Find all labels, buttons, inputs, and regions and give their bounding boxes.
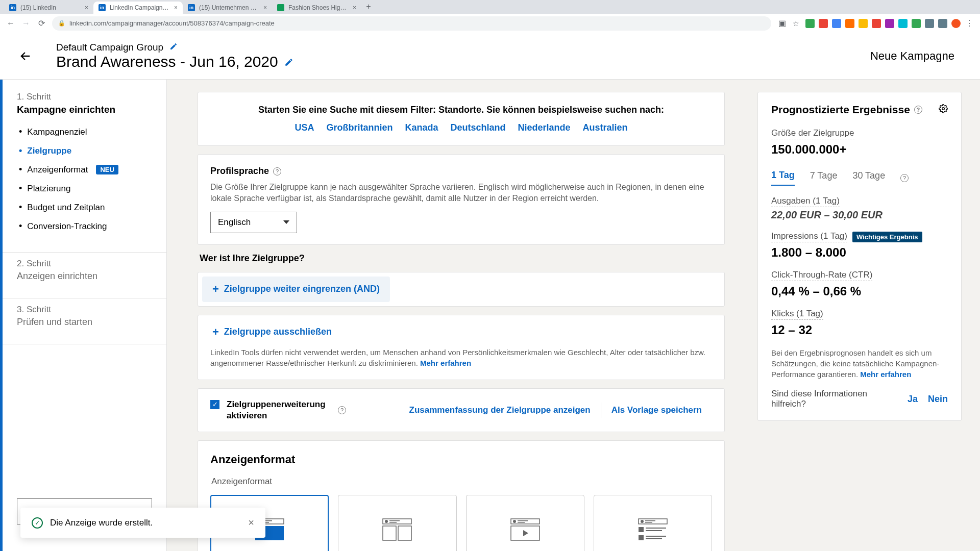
period-tab-7days[interactable]: 7 Tage — [810, 170, 838, 185]
back-button[interactable]: ← — [6, 19, 15, 28]
step-subtitle: Prüfen und starten — [17, 317, 152, 328]
filter-locations: USA Großbritannien Kanada Deutschland Ni… — [210, 122, 712, 133]
extension-icon[interactable] — [885, 19, 894, 28]
nav-item-zielgruppe[interactable]: Zielgruppe — [17, 141, 152, 160]
extension-icon[interactable] — [859, 19, 868, 28]
location-germany[interactable]: Deutschland — [450, 122, 505, 133]
left-navigation: 1. Schritt Kampagne einrichten Kampagnen… — [0, 80, 167, 551]
extension-icon[interactable] — [872, 19, 881, 28]
nav-item-platzierung[interactable]: Platzierung — [17, 179, 152, 198]
help-icon[interactable]: ? — [900, 174, 909, 182]
toast-text: Die Anzeige wurde erstellt. — [50, 518, 241, 528]
exclude-audience-button[interactable]: + Zielgruppe ausschließen — [202, 319, 342, 345]
reload-button[interactable]: ⟳ — [37, 19, 46, 28]
campaign-group-name: Default Campaign Group — [56, 42, 163, 53]
location-canada[interactable]: Kanada — [405, 122, 438, 133]
nav-item-budget[interactable]: Budget und Zeitplan — [17, 198, 152, 217]
format-carousel[interactable] — [338, 495, 456, 551]
help-icon[interactable]: ? — [914, 106, 922, 114]
filter-prompt: Starten Sie eine Suche mit diesem Filter… — [210, 105, 712, 115]
browser-tabs: in(15) LinkedIn× inLinkedIn Campaign Man… — [0, 0, 980, 14]
extension-icon[interactable] — [938, 19, 947, 28]
svg-rect-24 — [646, 536, 666, 537]
narrow-audience-button[interactable]: + Zielgruppe weiter eingrenzen (AND) — [202, 277, 390, 302]
expansion-checkbox[interactable]: ✓ — [210, 400, 219, 409]
nav-item-anzeigenformat[interactable]: AnzeigenformatNEU — [17, 160, 152, 179]
audience-summary-link[interactable]: Zusammenfassung der Zielgruppe anzeigen — [399, 405, 601, 415]
audience-heading: Wer ist Ihre Zielgruppe? — [200, 253, 725, 264]
metric-value: 12 – 32 — [771, 323, 948, 337]
helpful-no-button[interactable]: Nein — [928, 394, 948, 405]
period-tab-30days[interactable]: 30 Tage — [852, 170, 885, 185]
narrow-audience-label: Zielgruppe weiter eingrenzen (AND) — [224, 284, 380, 294]
format-text[interactable] — [594, 495, 712, 551]
url-text: linkedin.com/campaignmanager/account/508… — [69, 19, 275, 27]
extension-icon[interactable] — [912, 19, 921, 28]
save-template-link[interactable]: Als Vorlage speichern — [601, 405, 712, 415]
extension-icon[interactable] — [805, 19, 815, 28]
new-tab-button[interactable]: + — [361, 0, 376, 14]
extension-icons: ⋮ — [805, 19, 974, 28]
nav-item-conversion[interactable]: Conversion-Tracking — [17, 217, 152, 236]
cast-icon[interactable]: ▣ — [777, 19, 787, 28]
helpful-text: Sind diese Informationen hilfreich? — [771, 389, 873, 409]
helpful-row: Sind diese Informationen hilfreich? Ja N… — [771, 389, 948, 409]
browser-tab[interactable]: Fashion Shoes High · Free ph× — [272, 2, 361, 14]
linkedin-favicon: in — [9, 4, 16, 11]
metric-label: Klicks (1 Tag) — [771, 309, 823, 320]
clicks-metric: Klicks (1 Tag) 12 – 32 — [771, 309, 948, 337]
forward-button[interactable]: → — [21, 19, 31, 28]
forecast-title: Prognostizierte Ergebnisse — [771, 104, 910, 116]
toast-close-button[interactable]: × — [248, 517, 254, 529]
period-tab-1day[interactable]: 1 Tag — [771, 170, 795, 186]
helpful-yes-button[interactable]: Ja — [908, 394, 918, 405]
browser-tab-active[interactable]: inLinkedIn Campaign Manager× — [93, 2, 183, 14]
metric-label: Größe der Zielgruppe — [771, 128, 854, 139]
gear-icon[interactable] — [939, 104, 948, 115]
location-australia[interactable]: Australien — [583, 122, 628, 133]
profile-avatar[interactable] — [951, 19, 961, 28]
nav-item-kampagnenziel[interactable]: Kampagnenziel — [17, 122, 152, 141]
location-uk[interactable]: Großbritannien — [326, 122, 393, 133]
format-video[interactable] — [466, 495, 584, 551]
help-icon[interactable]: ? — [338, 406, 346, 414]
svg-rect-22 — [646, 530, 662, 531]
location-usa[interactable]: USA — [295, 122, 314, 133]
edit-campaign-icon[interactable] — [284, 53, 293, 70]
extension-icon[interactable] — [819, 19, 828, 28]
location-filter-card: Starten Sie eine Suche mit diesem Filter… — [198, 92, 725, 146]
browser-tab[interactable]: in(15) Unternehmen XYZ: Admin× — [183, 2, 272, 14]
tab-close-icon[interactable]: × — [174, 4, 178, 11]
bookmark-star-icon[interactable]: ☆ — [793, 19, 799, 28]
address-bar-row: ← → ⟳ 🔒 linkedin.com/campaignmanager/acc… — [0, 14, 980, 33]
svg-rect-9 — [383, 526, 396, 540]
svg-rect-13 — [518, 520, 528, 521]
browser-tab[interactable]: in(15) LinkedIn× — [4, 2, 93, 14]
menu-icon[interactable]: ⋮ — [965, 19, 974, 28]
tab-close-icon[interactable]: × — [353, 4, 356, 11]
learn-more-link[interactable]: Mehr erfahren — [420, 359, 471, 367]
back-arrow-button[interactable] — [15, 46, 36, 66]
language-select[interactable]: Englisch — [210, 212, 297, 233]
extension-icon[interactable] — [832, 19, 841, 28]
extension-icon[interactable] — [845, 19, 854, 28]
svg-rect-10 — [398, 526, 411, 540]
metric-value: 22,00 EUR – 30,00 EUR — [771, 209, 948, 221]
impressions-metric: Impressions (1 Tag) Wichtiges Ergebnis 1… — [771, 231, 948, 260]
extension-icon[interactable] — [898, 19, 908, 28]
center-content: Starten Sie eine Suche mit diesem Filter… — [167, 80, 755, 551]
learn-more-link[interactable]: Mehr erfahren — [860, 370, 911, 379]
nav-step-1: 1. Schritt Kampagne einrichten Kampagnen… — [3, 92, 166, 246]
extension-icon[interactable] — [925, 19, 934, 28]
campaign-name-row: Brand Awareness - Jun 16, 2020 — [56, 53, 870, 70]
plus-icon: + — [212, 327, 219, 338]
location-netherlands[interactable]: Niederlande — [518, 122, 571, 133]
tab-close-icon[interactable]: × — [85, 4, 88, 11]
help-icon[interactable]: ? — [273, 167, 281, 176]
narrow-audience-card: + Zielgruppe weiter eingrenzen (AND) — [198, 272, 725, 307]
address-bar[interactable]: 🔒 linkedin.com/campaignmanager/account/5… — [52, 16, 771, 31]
edit-group-icon[interactable] — [169, 42, 178, 53]
tab-close-icon[interactable]: × — [263, 4, 267, 11]
svg-point-12 — [513, 520, 516, 523]
metric-label: Impressions (1 Tag) — [771, 231, 847, 242]
